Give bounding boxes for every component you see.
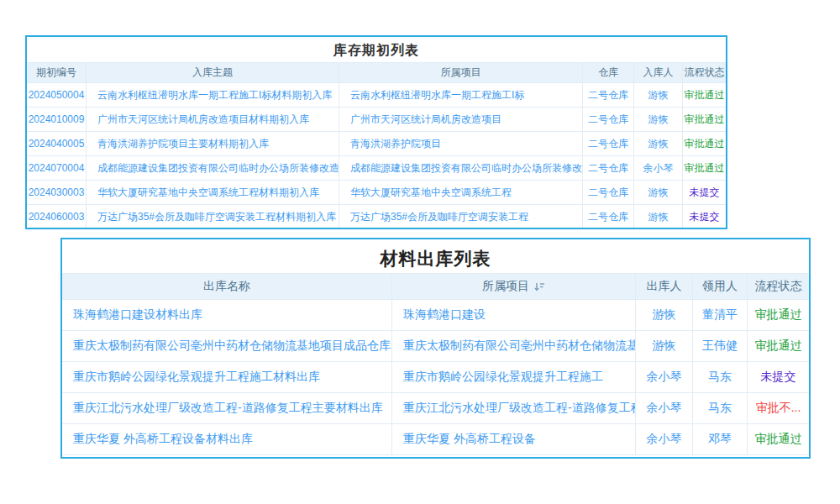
inbound-person-value: 游恢 — [634, 180, 683, 204]
recipient-value: 王伟健 — [693, 330, 748, 361]
col-header-project-sortable[interactable]: 所属项目 — [392, 273, 636, 299]
warehouse-value: 二号仓库 — [583, 204, 634, 228]
outbound-person-value: 余小琴 — [636, 361, 693, 392]
col-header-inbound-person: 入库人 — [634, 62, 683, 82]
col-header-warehouse: 仓库 — [583, 62, 634, 82]
recipient-value: 董清平 — [693, 299, 748, 330]
table-row: 重庆太极制药有限公司亳州中药材仓储物流基地项目成品仓库和... 重庆太极制药有限… — [62, 330, 809, 361]
outbound-name-link[interactable]: 重庆江北污水处理厂级改造工程-道路修复工程主要材料出库 — [62, 392, 392, 423]
partial-next-row — [62, 454, 809, 459]
warehouse-value: 二号仓库 — [583, 131, 634, 155]
table-row: 2024050004 云南水利枢纽潜明水库一期工程施工I标材料期初入库 云南水利… — [27, 82, 726, 107]
inbound-subject-link[interactable]: 青海洪湖养护院项目主要材料期初入库 — [87, 131, 339, 155]
table-row: 重庆华夏 外高桥工程设备材料出库 重庆华夏 外高桥工程设备 余小琴 邓琴 审批通… — [62, 423, 809, 454]
col-header-project-label: 所属项目 — [482, 279, 529, 294]
initial-no-link[interactable]: 2024070004 — [27, 155, 87, 180]
inbound-person-value: 游恢 — [634, 131, 683, 155]
status-badge: 未提交 — [683, 204, 726, 228]
status-badge: 审批通过 — [683, 131, 726, 155]
col-header-outbound-person: 出库人 — [636, 273, 693, 299]
col-header-flow-status: 流程状态 — [748, 273, 809, 299]
warehouse-value: 二号仓库 — [583, 82, 634, 107]
inbound-person-value: 游恢 — [634, 107, 683, 131]
table-row: 重庆市鹅岭公园绿化景观提升工程施工材料出库 重庆市鹅岭公园绿化景观提升工程施工 … — [62, 361, 809, 392]
outbound-name-link[interactable]: 重庆市鹅岭公园绿化景观提升工程施工材料出库 — [62, 361, 392, 392]
warehouse-value: 二号仓库 — [583, 155, 634, 180]
project-link[interactable]: 万达广场35#会所及咖啡厅空调安装工程 — [339, 204, 583, 228]
inbound-subject-link[interactable]: 云南水利枢纽潜明水库一期工程施工I标材料期初入库 — [87, 82, 339, 107]
inbound-person-value: 游恢 — [634, 204, 683, 228]
status-badge: 审批通过 — [748, 423, 809, 454]
col-header-flow-status: 流程状态 — [683, 62, 726, 82]
inbound-subject-link[interactable]: 广州市天河区统计局机房改造项目材料期初入库 — [87, 107, 339, 131]
status-badge: 未提交 — [683, 180, 726, 204]
status-badge: 审批通过 — [683, 82, 726, 107]
status-badge: 未提交 — [748, 361, 809, 392]
initial-no-link[interactable]: 2024010009 — [27, 107, 87, 131]
project-link[interactable]: 重庆市鹅岭公园绿化景观提升工程施工 — [392, 361, 636, 392]
inbound-subject-link[interactable]: 华软大厦研究基地中央空调系统工程材料期初入库 — [87, 180, 339, 204]
project-link[interactable]: 广州市天河区统计局机房改造项目 — [339, 107, 583, 131]
material-outbound-table: 材料出库列表 出库名称 所属项目 出库人 领用人 流程状态 珠海鹤港口建设材料出… — [60, 238, 811, 459]
table-row: 2024070004 成都能源建设集团投资有限公司临时办公场所装修改造工程EPC… — [27, 155, 726, 180]
project-link[interactable]: 青海洪湖养护院项目 — [339, 131, 583, 155]
outbound-person-value: 余小琴 — [636, 392, 693, 423]
recipient-value: 马东 — [693, 392, 748, 423]
inventory-initial-table-title: 库存期初列表 — [27, 37, 726, 62]
table-row: 珠海鹤港口建设材料出库 珠海鹤港口建设 游恢 董清平 审批通过 — [62, 299, 809, 330]
outbound-person-value: 游恢 — [636, 330, 693, 361]
inventory-initial-header-row: 期初编号 入库主题 所属项目 仓库 入库人 流程状态 — [27, 62, 726, 82]
outbound-name-link[interactable]: 重庆太极制药有限公司亳州中药材仓储物流基地项目成品仓库和... — [62, 330, 392, 361]
project-link[interactable]: 成都能源建设集团投资有限公司临时办公场所装修改造工程... — [339, 155, 583, 180]
outbound-name-link[interactable]: 重庆华夏 外高桥工程设备材料出库 — [62, 423, 392, 454]
outbound-name-link[interactable]: 珠海鹤港口建设材料出库 — [62, 299, 392, 330]
table-row: 2024060003 万达广场35#会所及咖啡厅空调安装工程材料期初入库 万达广… — [27, 204, 726, 228]
warehouse-value: 二号仓库 — [583, 107, 634, 131]
inbound-person-value: 余小琴 — [634, 155, 683, 180]
table-row: 2024030003 华软大厦研究基地中央空调系统工程材料期初入库 华软大厦研究… — [27, 180, 726, 204]
col-header-initial-no: 期初编号 — [27, 62, 87, 82]
outbound-person-value: 游恢 — [636, 299, 693, 330]
col-header-inbound-subject: 入库主题 — [87, 62, 339, 82]
status-badge: 审批不... — [748, 392, 809, 423]
initial-no-link[interactable]: 2024050004 — [27, 82, 87, 107]
initial-no-link[interactable]: 2024040005 — [27, 131, 87, 155]
warehouse-value: 二号仓库 — [583, 180, 634, 204]
col-header-project: 所属项目 — [339, 62, 583, 82]
recipient-value: 邓琴 — [693, 423, 748, 454]
material-outbound-table-title: 材料出库列表 — [62, 239, 809, 273]
inbound-subject-link[interactable]: 万达广场35#会所及咖啡厅空调安装工程材料期初入库 — [87, 204, 339, 228]
initial-no-link[interactable]: 2024030003 — [27, 180, 87, 204]
sort-descending-icon[interactable] — [534, 281, 545, 292]
material-outbound-header-row: 出库名称 所属项目 出库人 领用人 流程状态 — [62, 273, 809, 299]
col-header-outbound-name: 出库名称 — [62, 273, 392, 299]
inbound-person-value: 游恢 — [634, 82, 683, 107]
initial-no-link[interactable]: 2024060003 — [27, 204, 87, 228]
project-link[interactable]: 云南水利枢纽潜明水库一期工程施工I标 — [339, 82, 583, 107]
status-badge: 审批通过 — [683, 155, 726, 180]
table-row: 2024010009 广州市天河区统计局机房改造项目材料期初入库 广州市天河区统… — [27, 107, 726, 131]
table-row: 重庆江北污水处理厂级改造工程-道路修复工程主要材料出库 重庆江北污水处理厂级改造… — [62, 392, 809, 423]
project-link[interactable]: 重庆太极制药有限公司亳州中药材仓储物流基... — [392, 330, 636, 361]
inbound-subject-link[interactable]: 成都能源建设集团投资有限公司临时办公场所装修改造工程EPC... — [87, 155, 339, 180]
inventory-initial-table: 库存期初列表 期初编号 入库主题 所属项目 仓库 入库人 流程状态 202405… — [25, 35, 727, 229]
status-badge: 审批通过 — [748, 330, 809, 361]
outbound-person-value: 余小琴 — [636, 423, 693, 454]
recipient-value: 马东 — [693, 361, 748, 392]
status-badge: 审批通过 — [683, 107, 726, 131]
col-header-recipient: 领用人 — [693, 273, 748, 299]
table-row: 2024040005 青海洪湖养护院项目主要材料期初入库 青海洪湖养护院项目 二… — [27, 131, 726, 155]
status-badge: 审批通过 — [748, 299, 809, 330]
project-link[interactable]: 重庆江北污水处理厂级改造工程-道路修复工程 — [392, 392, 636, 423]
project-link[interactable]: 华软大厦研究基地中央空调系统工程 — [339, 180, 583, 204]
project-link[interactable]: 珠海鹤港口建设 — [392, 299, 636, 330]
project-link[interactable]: 重庆华夏 外高桥工程设备 — [392, 423, 636, 454]
